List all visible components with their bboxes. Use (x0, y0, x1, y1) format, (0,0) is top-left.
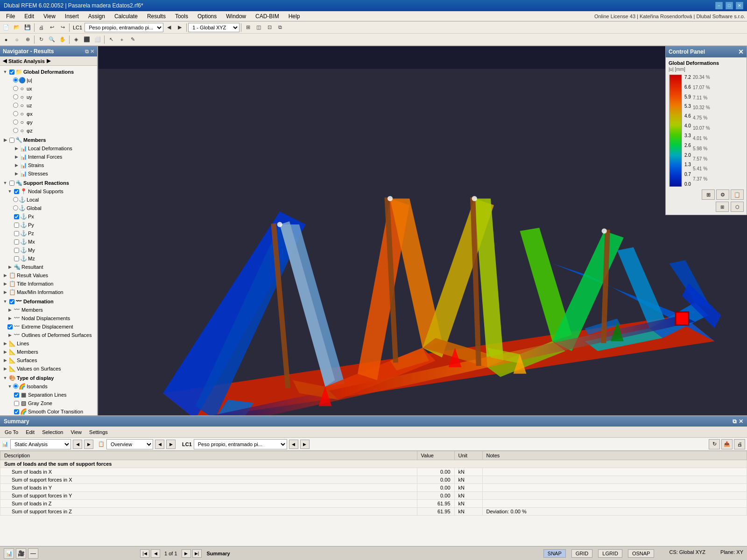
expand-icon[interactable]: ▶ (2, 281, 8, 286)
sum-analysis-dropdown[interactable]: Static Analysis (10, 439, 71, 449)
tree-item-u-total[interactable]: 🔵 |u| (0, 76, 97, 84)
expand-icon[interactable]: ▶ (13, 171, 20, 176)
sum-overview-dropdown[interactable]: Overview (106, 439, 153, 449)
front-button[interactable]: ⬛ (82, 35, 92, 45)
tree-item-maxmin[interactable]: ▶ 📋 Max/Min Information (0, 288, 97, 296)
tree-item-uy[interactable]: ○ uy (0, 93, 97, 101)
sum-goto-button[interactable]: Go To (2, 428, 21, 436)
menu-assign[interactable]: Assign (84, 12, 109, 21)
tree-item-result-values[interactable]: ▶ 📋 Result Values (0, 271, 97, 280)
view-button-1[interactable]: ⊞ (243, 22, 253, 33)
last-page-button[interactable]: ▶| (192, 549, 202, 558)
status-icon-3[interactable]: — (28, 548, 38, 559)
sum-edit-button[interactable]: Edit (23, 428, 37, 436)
summary-float-button[interactable]: ⧉ (733, 418, 737, 425)
sum-export-button[interactable]: 📤 (721, 439, 733, 449)
display-button-2[interactable]: ○ (12, 35, 22, 45)
redo-button[interactable]: ↪ (57, 22, 68, 33)
tree-check[interactable] (13, 409, 20, 414)
tree-radio[interactable] (13, 205, 18, 211)
tree-item-members[interactable]: ▶ 🔧 Members (0, 135, 97, 144)
menu-cadbim[interactable]: CAD-BIM (251, 12, 283, 21)
tree-item-internal-forces[interactable]: ▶ 📊 Internal Forces (0, 153, 97, 161)
tree-item-ux[interactable]: ○ ux (0, 84, 97, 93)
tree-item-separation-lines[interactable]: ▦ Separation Lines (0, 391, 97, 399)
tree-item-stresses[interactable]: ▶ 📊 Stresses (0, 169, 97, 178)
tree-item-pz[interactable]: ⚓ Pz (0, 229, 97, 238)
view-button-4[interactable]: ⧉ (275, 22, 285, 33)
summary-close-button[interactable]: ✕ (739, 418, 743, 425)
tree-item-phix[interactable]: ○ φx (0, 110, 97, 118)
sum-view-button[interactable]: View (68, 428, 85, 436)
sum-overview-next[interactable]: ▶ (166, 440, 176, 449)
tree-item-values-on-surfaces[interactable]: ▶ 📐 Values on Surfaces (0, 364, 97, 373)
grid-button[interactable]: GRID (571, 549, 593, 558)
tree-item-uz[interactable]: ○ uz (0, 101, 97, 110)
new-button[interactable]: 📄 (1, 22, 11, 33)
tree-item-smooth-color[interactable]: 🌈 Smooth Color Transition (0, 407, 97, 416)
tree-item-gray-zone[interactable]: ▧ Gray Zone (0, 399, 97, 407)
navigator-header-controls[interactable]: ⧉ ✕ (85, 49, 94, 55)
menu-calculate[interactable]: Calculate (110, 12, 142, 21)
tree-radio[interactable] (13, 111, 18, 117)
sum-analysis-next[interactable]: ▶ (84, 440, 93, 449)
menu-file[interactable]: File (2, 12, 19, 21)
tree-check[interactable] (13, 401, 20, 406)
tree-item-title-info[interactable]: ▶ 📋 Title Information (0, 280, 97, 288)
tree-item-support-reactions[interactable]: ▼ 🔩 Support Reactions (0, 178, 97, 187)
tree-item-nodal-supports[interactable]: ▼ 📍 Nodal Supports (0, 187, 97, 196)
tree-radio[interactable] (13, 94, 18, 100)
edit-button[interactable]: ✎ (127, 35, 138, 45)
tree-item-px[interactable]: ⚓ Px (0, 212, 97, 221)
open-button[interactable]: 📂 (12, 22, 22, 33)
iso-button[interactable]: ◈ (71, 35, 81, 45)
close-button[interactable]: ✕ (736, 2, 743, 9)
tree-item-local-deformations[interactable]: ▶ 📊 Local Deformations (0, 144, 97, 153)
select-button[interactable]: ↖ (106, 35, 116, 45)
nav-back-icon[interactable]: ◀ (3, 58, 7, 64)
expand-icon[interactable]: ▼ (2, 376, 8, 380)
tree-item-global[interactable]: ⚓ Global (0, 204, 97, 212)
expand-icon[interactable]: ▼ (7, 384, 13, 389)
tree-item-outlines[interactable]: ▶ 〰 Outlines of Deformed Surfaces (0, 331, 97, 339)
maximize-button[interactable]: □ (726, 2, 733, 9)
tree-check[interactable] (13, 256, 20, 261)
tree-check[interactable] (7, 324, 13, 329)
expand-icon[interactable]: ▼ (2, 70, 8, 74)
tree-check[interactable] (8, 70, 15, 75)
view-button-2[interactable]: ◫ (254, 22, 264, 33)
window-controls[interactable]: – □ ✕ (715, 2, 743, 9)
tree-check[interactable] (13, 189, 20, 194)
cp-export-button[interactable]: 📋 (731, 189, 744, 200)
nav-forward-icon[interactable]: ▶ (47, 58, 50, 64)
status-icon-2[interactable]: 🎥 (16, 548, 26, 559)
sum-selection-button[interactable]: Selection (39, 428, 66, 436)
sum-print-button[interactable]: 🖨 (734, 439, 745, 449)
zoom-button[interactable]: 🔍 (47, 35, 57, 45)
expand-icon[interactable]: ▶ (2, 350, 8, 354)
add-button[interactable]: + (117, 35, 127, 45)
tree-radio[interactable] (13, 197, 18, 203)
tree-item-members2[interactable]: ▶ 📐 Members (0, 348, 97, 356)
tree-item-py[interactable]: ⚓ Py (0, 221, 97, 229)
expand-icon[interactable]: ▶ (7, 333, 13, 337)
snap-button[interactable]: SNAP (543, 549, 566, 558)
tree-check[interactable] (13, 231, 20, 236)
menu-insert[interactable]: Insert (61, 12, 83, 21)
tree-radio[interactable] (13, 128, 18, 134)
rotate-button[interactable]: ↻ (36, 35, 46, 45)
expand-icon[interactable]: ▶ (13, 146, 20, 151)
save-button[interactable]: 💾 (22, 22, 33, 33)
expand-icon[interactable]: ▼ (2, 181, 8, 185)
expand-icon[interactable]: ▶ (2, 138, 8, 142)
menu-options[interactable]: Options (193, 12, 221, 21)
tree-item-phiy[interactable]: ○ φy (0, 118, 97, 126)
tree-item-strains[interactable]: ▶ 📊 Strains (0, 161, 97, 169)
lc-prev-button[interactable]: ◀ (164, 22, 174, 33)
tree-check[interactable] (13, 214, 20, 219)
minimize-button[interactable]: – (715, 2, 723, 9)
tree-check[interactable] (8, 181, 15, 186)
tree-radio[interactable] (13, 86, 18, 92)
expand-icon[interactable]: ▶ (2, 273, 8, 278)
menu-results[interactable]: Results (143, 12, 170, 21)
